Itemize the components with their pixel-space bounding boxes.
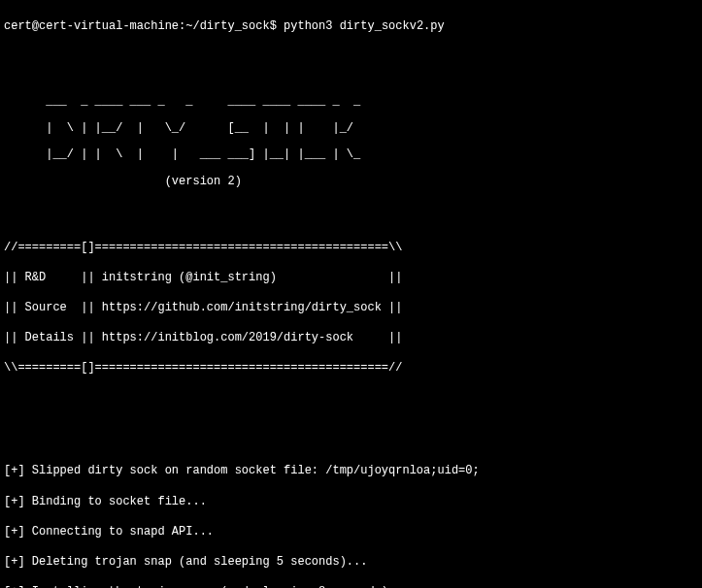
ascii-line: ___ _ ____ ___ _ _ ____ ____ ____ _ _ xyxy=(4,95,698,109)
userhost: cert@cert-virtual-machine xyxy=(4,19,179,33)
ascii-line: | \ | |__/ | \_/ [__ | | | |_/ xyxy=(4,122,698,136)
box-row-source: || Source || https://github.com/initstri… xyxy=(4,301,698,316)
info-box: //=========[]===========================… xyxy=(4,225,698,392)
ascii-banner: ___ _ ____ ___ _ _ ____ ____ ____ _ _ | … xyxy=(4,82,698,202)
path: ~/dirty_sock xyxy=(185,19,269,33)
terminal-output: cert@cert-virtual-machine:~/dirty_sock$ … xyxy=(4,4,698,588)
box-row-rd: || R&D || initstring (@init_string) || xyxy=(4,271,698,286)
status-slipped: [+] Slipped dirty sock on random socket … xyxy=(4,464,698,479)
ascii-line: |__/ | | \ | | ___ ___] |__| |___ | \_ xyxy=(4,148,698,162)
status-binding: [+] Binding to socket file... xyxy=(4,495,698,510)
box-row-details: || Details || https://initblog.com/2019/… xyxy=(4,331,698,346)
command[interactable]: python3 dirty_sockv2.py xyxy=(284,19,445,33)
box-border: \\=========[]===========================… xyxy=(4,361,698,376)
separator: $ xyxy=(270,19,277,33)
version-line: (version 2) xyxy=(4,176,698,189)
status-connecting: [+] Connecting to snapd API... xyxy=(4,525,698,540)
status-deleting: [+] Deleting trojan snap (and sleeping 5… xyxy=(4,555,698,571)
box-border: //=========[]===========================… xyxy=(4,241,698,256)
prompt-line-1: cert@cert-virtual-machine:~/dirty_sock$ … xyxy=(4,19,698,35)
